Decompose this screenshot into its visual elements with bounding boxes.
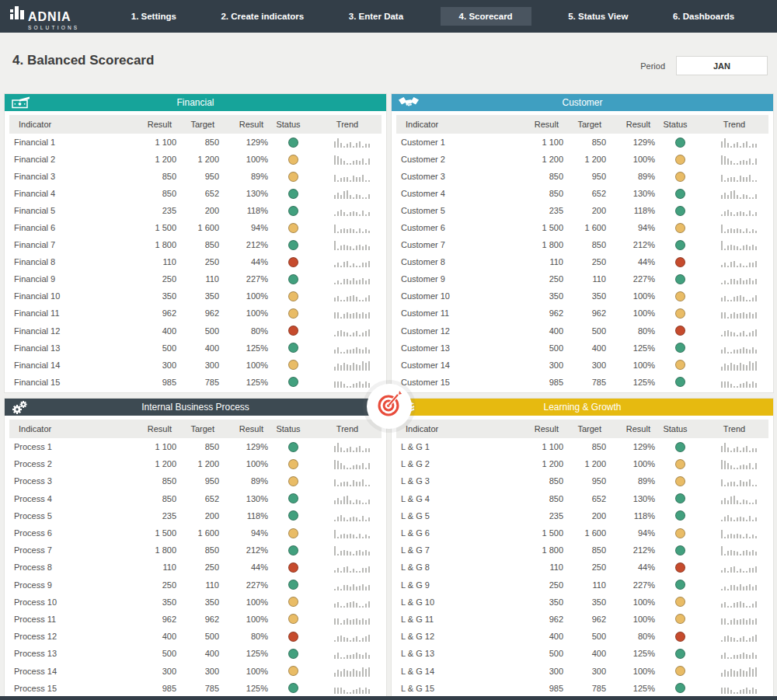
status-dot-yellow xyxy=(675,614,685,624)
target-value: 850 xyxy=(563,138,606,147)
indicator-label: Process 13 xyxy=(5,649,130,658)
result-pct-value: 89% xyxy=(219,476,268,486)
result-pct-value: 89% xyxy=(219,172,268,181)
result-pct-value: 125% xyxy=(219,378,268,387)
result-pct-value: 227% xyxy=(606,274,655,284)
result-pct-value: 94% xyxy=(606,528,655,538)
status-dot-yellow xyxy=(288,528,298,538)
logo-bars-icon xyxy=(9,3,25,23)
table-row: Financial 1240050080% xyxy=(5,322,386,340)
trend-sparkline xyxy=(334,154,370,165)
status-dot-green xyxy=(675,189,685,199)
result-value: 235 xyxy=(517,206,563,215)
table-row: Customer 10350350100% xyxy=(392,287,773,305)
result-value: 1 500 xyxy=(517,223,563,232)
process-table: Process 11 100850129%Process 21 2001 200… xyxy=(5,438,386,697)
nav-item-settings[interactable]: 1. Settings xyxy=(124,7,184,26)
result-value: 400 xyxy=(517,632,563,641)
result-value: 250 xyxy=(130,274,176,284)
status-dot-yellow xyxy=(288,459,298,469)
nav-item-enter-data[interactable]: 3. Enter Data xyxy=(341,7,411,26)
table-row: Process 61 5001 60094% xyxy=(5,524,386,542)
nav-item-scorecard[interactable]: 4. Scorecard xyxy=(441,7,531,26)
target-value: 500 xyxy=(176,326,219,336)
result-value: 500 xyxy=(517,343,563,353)
indicator-label: Process 14 xyxy=(5,667,130,676)
result-value: 500 xyxy=(130,343,176,353)
result-value: 1 200 xyxy=(517,459,563,468)
indicator-label: L & G 13 xyxy=(392,649,517,658)
nav-item-create-indicators[interactable]: 2. Create indicators xyxy=(213,7,312,26)
target-value: 652 xyxy=(563,494,606,503)
panel-learning-growth: Learning & Growth Indicator Result Targe… xyxy=(391,398,774,697)
logo-subtitle: SOLUTIONS xyxy=(28,25,79,30)
result-value: 850 xyxy=(130,189,176,198)
table-row: Customer 385095089% xyxy=(392,168,773,185)
trend-sparkline xyxy=(334,683,370,694)
result-value: 850 xyxy=(130,172,176,181)
panel-financial: Financial Indicator Result Target Result… xyxy=(4,93,387,393)
target-value: 200 xyxy=(176,511,219,521)
trend-sparkline xyxy=(334,493,370,504)
status-dot-red xyxy=(675,257,685,267)
gears-icon xyxy=(12,400,29,415)
trend-sparkline xyxy=(721,256,757,267)
result-pct-value: 80% xyxy=(219,326,268,336)
table-row: Financial 21 2001 200100% xyxy=(5,151,386,168)
period-select[interactable]: JAN xyxy=(676,56,768,75)
financial-table: Financial 11 100850129%Financial 21 2001… xyxy=(5,134,386,391)
status-dot-green xyxy=(288,189,298,199)
panel-title: Customer xyxy=(392,97,773,108)
indicator-label: Customer 1 xyxy=(392,138,517,147)
trend-sparkline xyxy=(721,475,757,486)
result-value: 1 100 xyxy=(130,442,176,451)
trend-sparkline xyxy=(721,360,757,371)
indicator-label: Process 12 xyxy=(5,632,130,641)
nav-item-status-view[interactable]: 5. Status View xyxy=(560,7,636,26)
status-dot-green xyxy=(288,683,298,693)
indicator-label: Financial 5 xyxy=(5,206,130,215)
trend-sparkline xyxy=(721,222,757,233)
table-row: Financial 5235200118% xyxy=(5,202,386,219)
result-pct-value: 130% xyxy=(219,189,268,198)
nav-item-dashboards[interactable]: 6. Dashboards xyxy=(665,7,742,26)
status-dot-red xyxy=(288,326,298,336)
logo-title: ADNIA xyxy=(28,11,71,23)
status-dot-yellow xyxy=(675,291,685,301)
target-value: 950 xyxy=(176,172,219,181)
table-row: Customer 5235200118% xyxy=(392,202,773,219)
target-value: 850 xyxy=(563,545,606,555)
status-dot-green xyxy=(288,343,298,353)
target-value: 110 xyxy=(563,274,606,284)
footer-strip xyxy=(0,696,777,700)
table-row: L & G 811025044% xyxy=(392,559,773,576)
col-result: Result xyxy=(512,424,559,434)
target-value: 1 200 xyxy=(563,459,606,468)
result-pct-value: 130% xyxy=(219,494,268,503)
result-value: 110 xyxy=(130,562,176,572)
result-pct-value: 80% xyxy=(606,632,655,641)
result-value: 985 xyxy=(517,684,563,693)
trend-sparkline xyxy=(334,205,370,216)
trend-sparkline xyxy=(334,222,370,233)
status-dot-green xyxy=(288,493,298,503)
target-value: 950 xyxy=(176,476,219,486)
table-row: Process 4850652130% xyxy=(5,490,386,507)
indicator-label: Financial 12 xyxy=(5,326,130,336)
status-dot-yellow xyxy=(675,597,685,607)
status-dot-green xyxy=(288,377,298,387)
panel-customer-header: Customer xyxy=(392,94,773,111)
result-pct-value: 227% xyxy=(219,274,268,284)
result-value: 850 xyxy=(130,476,176,486)
indicator-label: L & G 4 xyxy=(392,494,517,503)
table-row: Customer 13500400125% xyxy=(392,340,773,357)
target-value: 850 xyxy=(176,545,219,555)
result-pct-value: 100% xyxy=(606,459,655,468)
indicator-label: Process 4 xyxy=(5,494,130,503)
target-value: 1 600 xyxy=(176,223,219,232)
col-target: Target xyxy=(172,120,214,129)
indicator-label: Customer 3 xyxy=(392,172,517,181)
trend-sparkline xyxy=(721,377,757,388)
result-pct-value: 125% xyxy=(606,343,655,353)
table-row: Customer 15985785125% xyxy=(392,374,773,391)
